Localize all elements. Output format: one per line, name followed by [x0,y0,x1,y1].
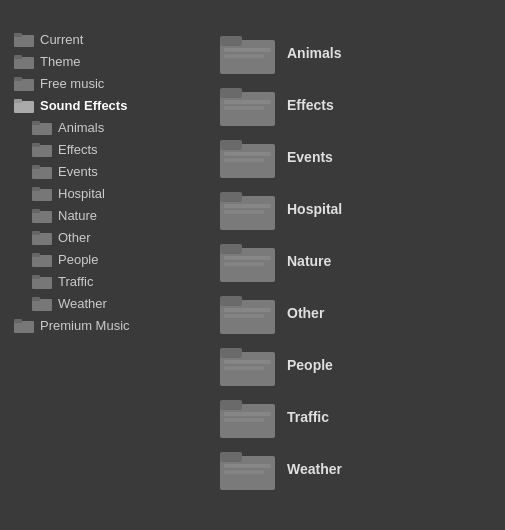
tree-label-other: Other [58,230,91,245]
tree-item-other[interactable]: Other [14,226,210,248]
grid-item-people[interactable]: People [220,340,505,390]
tree-item-current[interactable]: Current [14,28,210,50]
svg-rect-31 [224,54,264,58]
svg-rect-9 [32,121,40,125]
svg-rect-50 [224,308,271,312]
svg-rect-51 [224,314,264,318]
grid-label-other: Other [287,305,324,321]
grid-item-animals[interactable]: Animals [220,28,505,78]
folder-icon-animals [32,119,52,135]
svg-rect-13 [32,165,40,169]
grid-item-events[interactable]: Events [220,132,505,182]
svg-rect-15 [32,187,40,191]
folder-icon-sound-effects [14,97,34,113]
grid-item-nature[interactable]: Nature [220,236,505,286]
svg-rect-25 [32,297,40,301]
svg-rect-11 [32,143,40,147]
svg-rect-58 [224,412,271,416]
svg-rect-35 [224,106,264,110]
svg-rect-62 [224,464,271,468]
tree-item-effects[interactable]: Effects [14,138,210,160]
tree-item-hospital[interactable]: Hospital [14,182,210,204]
big-folder-icon-weather [220,448,275,490]
tree-label-people: People [58,252,98,267]
tree-label-current: Current [40,32,83,47]
grid-item-effects[interactable]: Effects [220,80,505,130]
svg-rect-53 [220,348,242,358]
tree-item-theme[interactable]: Theme [14,50,210,72]
svg-rect-45 [220,244,242,254]
grid-label-effects: Effects [287,97,334,113]
tree-item-premium-music[interactable]: Premium Music [14,314,210,336]
svg-rect-55 [224,366,264,370]
folder-icon-effects [32,141,52,157]
svg-rect-37 [220,140,242,150]
svg-rect-49 [220,296,242,306]
svg-rect-57 [220,400,242,410]
svg-rect-23 [32,275,40,279]
big-folder-icon-other [220,292,275,334]
big-folder-icon-nature [220,240,275,282]
folder-icon-theme [14,53,34,69]
tree-label-weather: Weather [58,296,107,311]
folder-grid: Animals Effects Events Hospital Nature O… [210,28,505,494]
grid-label-people: People [287,357,333,373]
big-folder-icon-animals [220,32,275,74]
grid-label-weather: Weather [287,461,342,477]
big-folder-icon-hospital [220,188,275,230]
grid-item-other[interactable]: Other [220,288,505,338]
svg-rect-61 [220,452,242,462]
big-folder-icon-effects [220,84,275,126]
file-tree: Current Theme Free music Sound Effects A… [0,28,210,494]
big-folder-icon-people [220,344,275,386]
folder-icon-premium-music [14,317,34,333]
svg-rect-30 [224,48,271,52]
svg-rect-54 [224,360,271,364]
svg-rect-46 [224,256,271,260]
tree-label-free-music: Free music [40,76,104,91]
tree-label-theme: Theme [40,54,80,69]
big-folder-icon-events [220,136,275,178]
tree-item-animals[interactable]: Animals [14,116,210,138]
tree-label-premium-music: Premium Music [40,318,130,333]
tree-label-nature: Nature [58,208,97,223]
tree-label-events: Events [58,164,98,179]
svg-rect-5 [14,77,22,81]
tree-item-weather[interactable]: Weather [14,292,210,314]
tree-item-sound-effects[interactable]: Sound Effects [14,94,210,116]
tree-item-people[interactable]: People [14,248,210,270]
grid-item-traffic[interactable]: Traffic [220,392,505,442]
tree-item-nature[interactable]: Nature [14,204,210,226]
grid-label-hospital: Hospital [287,201,342,217]
folder-icon-nature [32,207,52,223]
svg-rect-42 [224,204,271,208]
grid-item-weather[interactable]: Weather [220,444,505,494]
tree-label-effects: Effects [58,142,98,157]
grid-label-traffic: Traffic [287,409,329,425]
tree-label-sound-effects: Sound Effects [40,98,127,113]
grid-label-animals: Animals [287,45,341,61]
svg-rect-38 [224,152,271,156]
tree-item-free-music[interactable]: Free music [14,72,210,94]
tree-label-animals: Animals [58,120,104,135]
svg-rect-21 [32,253,40,257]
svg-rect-29 [220,36,242,46]
svg-rect-27 [14,319,22,323]
svg-rect-63 [224,470,264,474]
folder-icon-free-music [14,75,34,91]
tree-item-events[interactable]: Events [14,160,210,182]
tree-label-hospital: Hospital [58,186,105,201]
tree-item-traffic[interactable]: Traffic [14,270,210,292]
grid-item-hospital[interactable]: Hospital [220,184,505,234]
folder-icon-weather [32,295,52,311]
folder-icon-other [32,229,52,245]
svg-rect-43 [224,210,264,214]
svg-rect-7 [14,99,22,103]
tree-label-traffic: Traffic [58,274,93,289]
folder-icon-traffic [32,273,52,289]
svg-rect-19 [32,231,40,235]
grid-label-nature: Nature [287,253,331,269]
svg-rect-33 [220,88,242,98]
svg-rect-39 [224,158,264,162]
svg-rect-1 [14,33,22,37]
